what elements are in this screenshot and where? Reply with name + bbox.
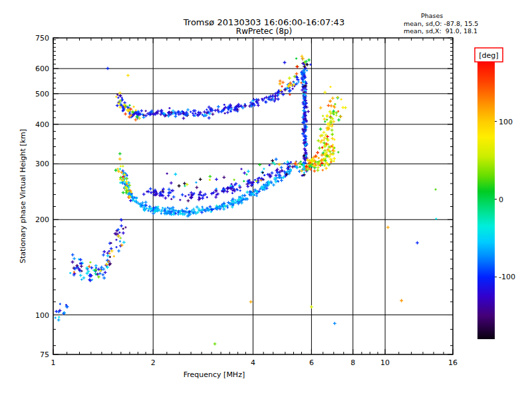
plot-title: Tromsø 20130303 16:06:00-16:07:43 [183, 17, 344, 27]
colorbar: 1000-100 [477, 59, 515, 339]
y-tick-label: 300 [35, 160, 49, 168]
x-axis-title: Frequency [MHz] [184, 370, 245, 379]
phases-mean-o: mean, sd,O: -87.8, 15.5 [404, 20, 478, 27]
y-tick-label: 750 [35, 34, 49, 43]
x-tick-label: 1 [51, 358, 56, 367]
y-tick-label: 100 [35, 311, 49, 320]
phases-header: Phases [421, 12, 443, 19]
x-tick-label: 2 [151, 358, 156, 367]
colorbar-tick-label: 0 [499, 196, 503, 204]
x-tick-label: 6 [309, 358, 314, 367]
x-tick-label: 8 [350, 358, 355, 367]
colorbar-tick-label: -100 [499, 273, 515, 281]
y-tick-label: 75 [40, 350, 49, 359]
y-tick-label: 400 [35, 120, 49, 129]
y-tick-label: 500 [35, 90, 49, 98]
y-tick-label: 600 [35, 65, 49, 73]
plot-subtitle: RwPretec (8p) [236, 27, 292, 36]
x-tick-label: 10 [380, 358, 390, 367]
scatter-points [55, 55, 438, 345]
grid-and-axes: 12468101675100200300400500600750 [35, 34, 458, 367]
phases-mean-x: mean, sd,X: 91.0, 18.1 [404, 27, 477, 35]
ionogram-plot: Tromsø 20130303 16:06:00-16:07:43 RwPret… [0, 0, 532, 399]
y-tick-label: 200 [35, 215, 49, 224]
x-tick-label: 4 [251, 358, 255, 367]
ionogram-window: Tromsø 20130303 16:06:00-16:07:43 RwPret… [0, 0, 532, 399]
colorbar-unit-label: [deg] [479, 51, 498, 60]
colorbar-tick-label: 100 [499, 118, 513, 126]
y-axis-title: Stationary phase Virtual Height [km] [19, 129, 27, 263]
x-tick-label: 16 [448, 358, 458, 367]
